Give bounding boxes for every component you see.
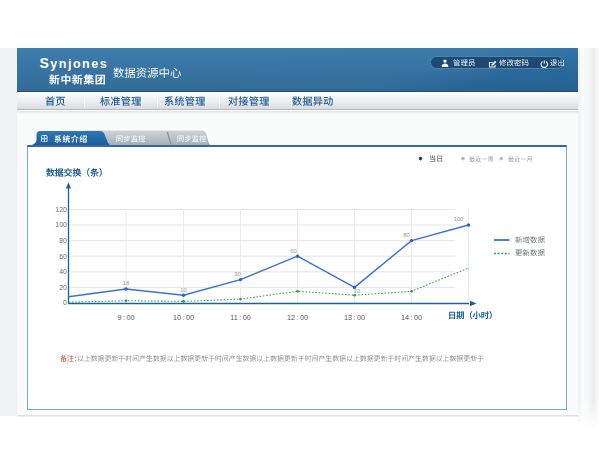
svg-text:18: 18 <box>123 280 129 286</box>
svg-text:9 : 00: 9 : 00 <box>118 313 135 322</box>
svg-text:12 : 00: 12 : 00 <box>287 313 308 322</box>
svg-text:60: 60 <box>290 248 296 254</box>
svg-text:100: 100 <box>454 216 464 222</box>
svg-text:10: 10 <box>354 288 360 294</box>
svg-text:14 : 00: 14 : 00 <box>401 313 422 322</box>
svg-text:100: 100 <box>55 221 67 228</box>
svg-text:13 : 00: 13 : 00 <box>344 313 365 322</box>
svg-text:40: 40 <box>59 268 67 275</box>
svg-text:11 : 00: 11 : 00 <box>230 313 250 322</box>
svg-text:80: 80 <box>403 232 409 238</box>
svg-text:120: 120 <box>55 206 67 213</box>
svg-text:60: 60 <box>59 253 67 260</box>
svg-text:20: 20 <box>59 284 67 291</box>
svg-text:80: 80 <box>59 237 67 244</box>
svg-text:10 : 00: 10 : 00 <box>173 313 194 322</box>
svg-text:0: 0 <box>63 299 67 306</box>
svg-text:30: 30 <box>234 271 240 277</box>
svg-text:10: 10 <box>180 287 186 293</box>
